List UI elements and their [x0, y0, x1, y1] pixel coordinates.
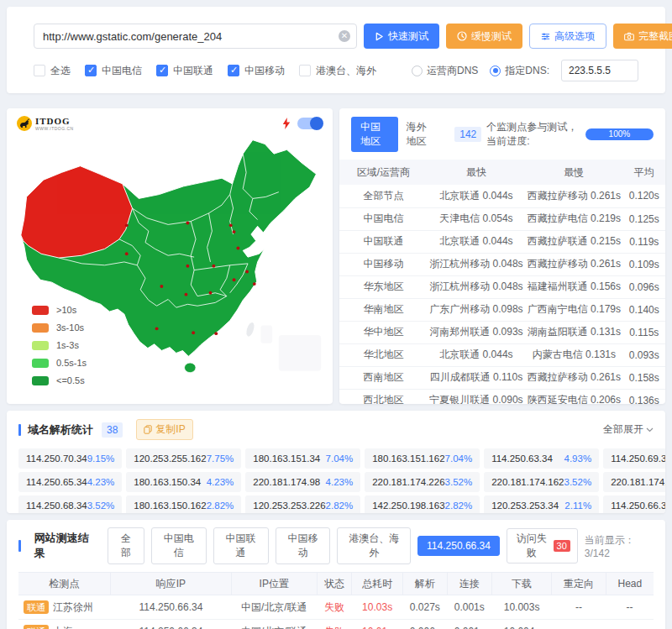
- chevron-down-icon: [646, 427, 654, 432]
- region-row[interactable]: 华北地区北京联通 0.044s内蒙古电信 0.131s0.093s: [339, 343, 665, 366]
- dns-ip-cell[interactable]: 114.250.70.349.15%: [18, 448, 122, 469]
- tab-all[interactable]: 全部: [108, 527, 144, 564]
- region-row[interactable]: 全部节点北京联通 0.044s西藏拉萨移动 0.261s0.120s: [339, 185, 665, 207]
- tab-china-unicom[interactable]: 中国联通: [213, 527, 269, 564]
- clear-url-icon[interactable]: ✕: [339, 30, 350, 42]
- toggle-knob: [310, 117, 323, 130]
- region-name: 华北地区: [339, 343, 428, 366]
- download-time: 10.004s: [491, 620, 552, 629]
- dns-ip-cell[interactable]: 180.163.150.1622.82%: [126, 495, 241, 513]
- full-screenshot-button[interactable]: 完整截图: [613, 24, 672, 49]
- dns-stats-panel: 域名解析统计 38 复制IP 全部展开 114.250.70.349.15% 1…: [7, 411, 665, 513]
- checkbox-china-mobile[interactable]: 中国移动: [228, 64, 285, 78]
- clock-icon: [457, 31, 467, 41]
- isp-badge: 联通: [24, 600, 49, 614]
- col-response-ip: 响应IP: [111, 573, 232, 595]
- avg-cell: 0.096s: [623, 275, 665, 298]
- dns-ip-cell[interactable]: 220.181.174.1623.52%: [484, 472, 599, 492]
- dns-ip-cell[interactable]: 114.250.65.344.23%: [18, 472, 122, 492]
- dns-ip-cell[interactable]: 114.250.63.344.93%: [484, 448, 599, 469]
- region-row[interactable]: 中国电信天津电信 0.054s西藏拉萨电信 0.219s0.125s: [339, 207, 665, 230]
- dns-ip-cell[interactable]: 120.253.253.342.11%: [484, 495, 599, 513]
- fastest-cell: 北京联通 0.044s: [428, 343, 525, 366]
- hainan-island: [184, 363, 196, 373]
- dns-ip-cell[interactable]: 142.250.198.1632.82%: [365, 495, 480, 513]
- region-row[interactable]: 西北地区宁夏银川联通 0.090s陕西延安电信 0.206s0.136s: [339, 389, 665, 404]
- region-row[interactable]: 华东地区浙江杭州移动 0.048s福建福州联通 0.156s0.096s: [339, 275, 665, 298]
- legend-label: 1s-3s: [56, 340, 79, 350]
- ip-value: 120.253.253.34: [491, 501, 559, 511]
- region-row[interactable]: 中国移动浙江杭州移动 0.048s西藏拉萨移动 0.261s0.109s: [339, 253, 665, 275]
- head-value: --: [606, 595, 654, 620]
- slowest-cell: 湖南益阳联通 0.131s: [525, 321, 622, 343]
- dns-ip-cell[interactable]: 114.250.69.344.93%: [603, 448, 665, 469]
- expand-all-button[interactable]: 全部展开: [603, 422, 654, 437]
- tab-failed[interactable]: 访问失败 30: [507, 528, 578, 563]
- checkbox-icon: [228, 65, 239, 76]
- region-row[interactable]: 华中地区河南郑州联通 0.093s湖南益阳联通 0.131s0.115s: [339, 321, 665, 343]
- copy-ip-button[interactable]: 复制IP: [136, 419, 192, 440]
- dns-ip-cell[interactable]: 220.181.174.343.52%: [603, 472, 665, 492]
- dns-stats-title: 域名解析统计: [28, 422, 93, 438]
- result-row[interactable]: 联通上海 114.250.66.34 中国/北京/联通 失败 10.01s 0.…: [18, 620, 654, 629]
- dns-ip-cell[interactable]: 180.163.150.344.23%: [126, 472, 241, 492]
- avg-cell: 0.119s: [623, 230, 665, 253]
- dog-logo-icon: [17, 116, 32, 131]
- test-toolbar: ✕ 快速测试 缓慢测试 高级选项 完整截图 全选 中国电信 中国联通 中国移动 …: [7, 7, 665, 93]
- result-row[interactable]: 联通江苏徐州 114.250.66.34 中国/北京/联通 失败 10.03s …: [18, 595, 654, 620]
- dns-ip-cell[interactable]: 220.181.174.2263.52%: [365, 472, 480, 492]
- dns-ip-cell[interactable]: 114.250.66.342.11%: [603, 495, 665, 513]
- tab-overseas-region[interactable]: 海外地区: [398, 117, 444, 152]
- legend-item: 0.5s-1s: [32, 358, 87, 368]
- dns-ip-cell[interactable]: 120.253.253.2262.82%: [245, 495, 360, 513]
- ip-value: 120.253.253.226: [253, 501, 325, 511]
- ip-percent: 2.82%: [207, 501, 234, 511]
- download-time: 10.003s: [491, 595, 552, 620]
- checkbox-overseas[interactable]: 港澳台、海外: [299, 64, 376, 78]
- slow-test-button[interactable]: 缓慢测试: [446, 24, 522, 49]
- col-status: 状态: [317, 573, 352, 595]
- radio-isp-dns[interactable]: 运营商DNS: [412, 64, 478, 78]
- dns-input[interactable]: [561, 60, 638, 81]
- avg-cell: 0.136s: [623, 389, 665, 404]
- status-value: 失败: [317, 620, 352, 629]
- sliders-icon: [541, 32, 550, 41]
- map-mode-toggle[interactable]: [297, 118, 323, 129]
- radio-custom-dns[interactable]: 指定DNS:: [490, 64, 549, 78]
- dns-ip-cell[interactable]: 180.163.151.347.04%: [245, 448, 360, 469]
- tab-china-region[interactable]: 中国地区: [351, 117, 398, 152]
- region-name: 华南地区: [339, 298, 428, 321]
- copy-ip-label: 复制IP: [155, 422, 185, 437]
- tab-overseas[interactable]: 港澳台、海外: [337, 527, 411, 564]
- total-time: 10.01s: [352, 620, 402, 629]
- ip-value: 180.163.150.34: [134, 477, 201, 487]
- fastest-cell: 北京联通 0.044s: [428, 185, 525, 207]
- region-row[interactable]: 中国联通北京联通 0.044s西藏拉萨联通 0.215s0.119s: [339, 230, 665, 253]
- quick-test-button[interactable]: 快速测试: [364, 24, 439, 49]
- region-row[interactable]: 西南地区四川成都联通 0.110s西藏拉萨移动 0.261s0.158s: [339, 366, 665, 389]
- legend-swatch-4: [32, 376, 49, 385]
- region-name: 全部节点: [339, 185, 428, 207]
- lightning-icon: [282, 118, 291, 129]
- advanced-options-button[interactable]: 高级选项: [529, 24, 606, 49]
- dns-ip-cell[interactable]: 120.253.255.1627.75%: [126, 448, 241, 469]
- region-row[interactable]: 华南地区广东广州移动 0.098s广西南宁电信 0.179s0.140s: [339, 298, 665, 321]
- dns-count-badge: 38: [102, 422, 123, 438]
- slowest-cell: 西藏拉萨移动 0.261s: [525, 185, 622, 207]
- checkbox-select-all[interactable]: 全选: [34, 64, 71, 78]
- url-input[interactable]: [34, 24, 357, 49]
- dns-ip-cell[interactable]: 180.163.151.1627.04%: [365, 448, 480, 469]
- tab-china-mobile[interactable]: 中国移动: [276, 527, 331, 564]
- checkbox-china-telecom[interactable]: 中国电信: [85, 64, 142, 78]
- map-legend: >10s 3s-10s 1s-3s 0.5s-1s <=0.5s: [32, 297, 87, 385]
- dns-ip-cell[interactable]: 220.181.174.984.23%: [245, 472, 360, 492]
- checkbox-china-unicom[interactable]: 中国联通: [156, 64, 213, 78]
- ip-value: 142.250.198.163: [372, 501, 444, 511]
- ip-value: 180.163.151.34: [253, 453, 320, 464]
- col-slowest: 最慢: [525, 160, 622, 185]
- tab-china-telecom[interactable]: 中国电信: [151, 527, 207, 564]
- ip-percent: 9.15%: [87, 453, 115, 464]
- tab-selected-ip[interactable]: 114.250.66.34: [417, 536, 500, 556]
- ip-value: 180.163.151.162: [372, 453, 444, 464]
- dns-ip-cell[interactable]: 114.250.68.343.52%: [18, 495, 122, 513]
